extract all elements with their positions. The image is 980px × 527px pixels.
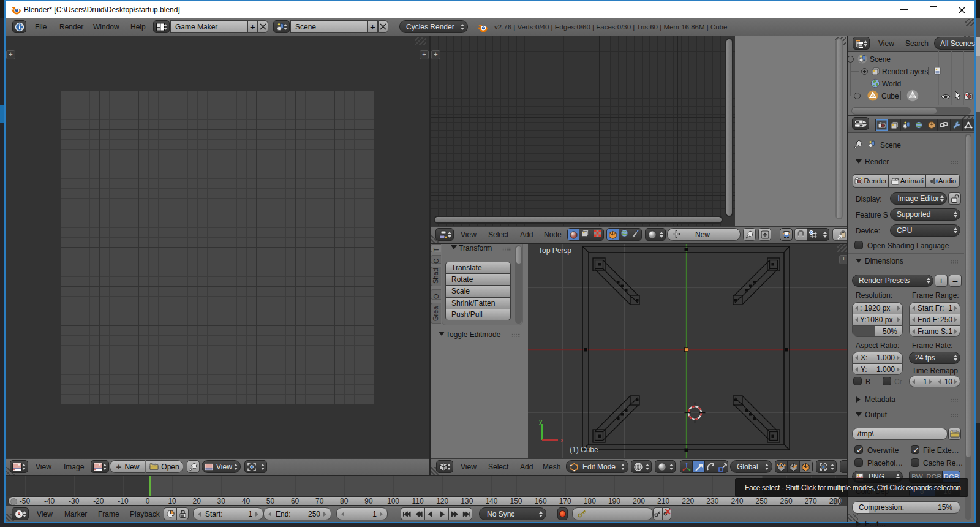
svg-text:x: x (560, 436, 564, 444)
svg-text:(1) Cube: (1) Cube (570, 445, 598, 454)
svg-text:y: y (539, 417, 543, 425)
svg-text:Top Persp: Top Persp (538, 246, 571, 255)
